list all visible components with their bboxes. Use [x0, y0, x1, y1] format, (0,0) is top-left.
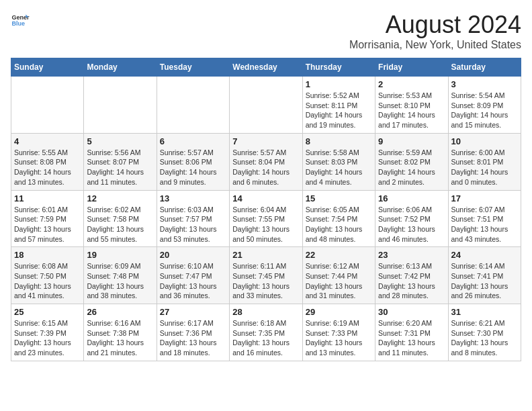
day-number: 8 [306, 136, 372, 146]
day-number: 22 [306, 250, 372, 260]
calendar-week-row: 18Sunrise: 6:08 AM Sunset: 7:50 PM Dayli… [11, 247, 521, 304]
calendar-cell: 1Sunrise: 5:52 AM Sunset: 8:11 PM Daylig… [302, 77, 375, 134]
calendar-cell: 20Sunrise: 6:10 AM Sunset: 7:47 PM Dayli… [157, 247, 229, 304]
day-number: 10 [451, 136, 518, 146]
calendar-cell: 17Sunrise: 6:07 AM Sunset: 7:51 PM Dayli… [448, 190, 521, 247]
day-number: 29 [306, 307, 372, 317]
header-row: SundayMondayTuesdayWednesdayThursdayFrid… [11, 58, 521, 77]
calendar-cell: 7Sunrise: 5:57 AM Sunset: 8:04 PM Daylig… [230, 133, 302, 190]
day-info: Sunrise: 6:00 AM Sunset: 8:01 PM Dayligh… [451, 148, 518, 187]
day-info: Sunrise: 6:15 AM Sunset: 7:39 PM Dayligh… [14, 318, 81, 358]
day-number: 24 [451, 250, 518, 260]
calendar-week-row: 1Sunrise: 5:52 AM Sunset: 8:11 PM Daylig… [11, 77, 521, 134]
calendar-cell: 27Sunrise: 6:17 AM Sunset: 7:36 PM Dayli… [157, 304, 229, 361]
day-info: Sunrise: 5:53 AM Sunset: 8:10 PM Dayligh… [378, 91, 445, 130]
day-number: 4 [14, 136, 81, 146]
calendar-cell [230, 77, 302, 134]
day-number: 17 [451, 193, 518, 203]
day-number: 21 [232, 250, 299, 260]
day-number: 30 [378, 307, 445, 317]
day-info: Sunrise: 6:14 AM Sunset: 7:41 PM Dayligh… [451, 261, 518, 301]
day-info: Sunrise: 6:04 AM Sunset: 7:55 PM Dayligh… [232, 205, 299, 244]
calendar-cell [84, 77, 157, 134]
day-info: Sunrise: 6:20 AM Sunset: 7:31 PM Dayligh… [378, 318, 445, 358]
day-of-week-header: Friday [375, 58, 448, 77]
day-info: Sunrise: 6:02 AM Sunset: 7:58 PM Dayligh… [87, 205, 153, 244]
day-number: 19 [87, 250, 153, 260]
day-info: Sunrise: 5:55 AM Sunset: 8:08 PM Dayligh… [14, 148, 81, 187]
calendar-cell: 5Sunrise: 5:56 AM Sunset: 8:07 PM Daylig… [84, 133, 157, 190]
calendar-cell: 6Sunrise: 5:57 AM Sunset: 8:06 PM Daylig… [157, 133, 229, 190]
day-number: 27 [160, 307, 226, 317]
day-number: 9 [378, 136, 445, 146]
svg-text:Blue: Blue [11, 20, 25, 27]
day-info: Sunrise: 6:10 AM Sunset: 7:47 PM Dayligh… [160, 261, 226, 301]
calendar-cell: 16Sunrise: 6:06 AM Sunset: 7:52 PM Dayli… [375, 190, 448, 247]
day-number: 16 [378, 193, 445, 203]
calendar-table: SundayMondayTuesdayWednesdayThursdayFrid… [11, 58, 521, 361]
day-info: Sunrise: 5:57 AM Sunset: 8:06 PM Dayligh… [160, 148, 226, 187]
calendar-cell: 10Sunrise: 6:00 AM Sunset: 8:01 PM Dayli… [448, 133, 521, 190]
calendar-cell: 31Sunrise: 6:21 AM Sunset: 7:30 PM Dayli… [448, 304, 521, 361]
day-number: 5 [87, 136, 153, 146]
calendar-cell: 8Sunrise: 5:58 AM Sunset: 8:03 PM Daylig… [302, 133, 375, 190]
day-number: 18 [14, 250, 81, 260]
day-info: Sunrise: 6:19 AM Sunset: 7:33 PM Dayligh… [306, 318, 372, 358]
calendar-cell: 18Sunrise: 6:08 AM Sunset: 7:50 PM Dayli… [11, 247, 84, 304]
day-number: 23 [378, 250, 445, 260]
day-number: 14 [232, 193, 299, 203]
day-info: Sunrise: 6:12 AM Sunset: 7:44 PM Dayligh… [306, 261, 372, 301]
day-number: 6 [160, 136, 226, 146]
calendar-cell: 4Sunrise: 5:55 AM Sunset: 8:08 PM Daylig… [11, 133, 84, 190]
day-of-week-header: Sunday [11, 58, 84, 77]
calendar-cell: 30Sunrise: 6:20 AM Sunset: 7:31 PM Dayli… [375, 304, 448, 361]
calendar-week-row: 11Sunrise: 6:01 AM Sunset: 7:59 PM Dayli… [11, 190, 521, 247]
day-info: Sunrise: 5:58 AM Sunset: 8:03 PM Dayligh… [306, 148, 372, 187]
day-info: Sunrise: 5:57 AM Sunset: 8:04 PM Dayligh… [232, 148, 299, 187]
day-number: 25 [14, 307, 81, 317]
calendar-cell: 26Sunrise: 6:16 AM Sunset: 7:38 PM Dayli… [84, 304, 157, 361]
day-info: Sunrise: 6:06 AM Sunset: 7:52 PM Dayligh… [378, 205, 445, 244]
day-info: Sunrise: 6:01 AM Sunset: 7:59 PM Dayligh… [14, 205, 81, 244]
day-number: 31 [451, 307, 518, 317]
day-info: Sunrise: 6:05 AM Sunset: 7:54 PM Dayligh… [306, 205, 372, 244]
day-info: Sunrise: 6:18 AM Sunset: 7:35 PM Dayligh… [232, 318, 299, 358]
calendar-cell [11, 77, 84, 134]
day-number: 12 [87, 193, 153, 203]
logo-icon: General Blue [11, 11, 30, 30]
logo: General Blue [11, 11, 30, 30]
day-of-week-header: Monday [84, 58, 157, 77]
day-number: 2 [378, 79, 445, 89]
calendar-cell: 12Sunrise: 6:02 AM Sunset: 7:58 PM Dayli… [84, 190, 157, 247]
title-area: August 2024 Morrisania, New York, United… [349, 11, 521, 51]
calendar-cell: 21Sunrise: 6:11 AM Sunset: 7:45 PM Dayli… [230, 247, 302, 304]
day-info: Sunrise: 6:11 AM Sunset: 7:45 PM Dayligh… [232, 261, 299, 301]
calendar-cell: 23Sunrise: 6:13 AM Sunset: 7:42 PM Dayli… [375, 247, 448, 304]
day-info: Sunrise: 6:17 AM Sunset: 7:36 PM Dayligh… [160, 318, 226, 358]
calendar-cell: 22Sunrise: 6:12 AM Sunset: 7:44 PM Dayli… [302, 247, 375, 304]
day-info: Sunrise: 6:21 AM Sunset: 7:30 PM Dayligh… [451, 318, 518, 358]
calendar-cell: 25Sunrise: 6:15 AM Sunset: 7:39 PM Dayli… [11, 304, 84, 361]
page-header: General Blue August 2024 Morrisania, New… [11, 11, 521, 51]
calendar-cell: 9Sunrise: 5:59 AM Sunset: 8:02 PM Daylig… [375, 133, 448, 190]
day-info: Sunrise: 5:54 AM Sunset: 8:09 PM Dayligh… [451, 91, 518, 130]
calendar-cell: 3Sunrise: 5:54 AM Sunset: 8:09 PM Daylig… [448, 77, 521, 134]
calendar-cell: 19Sunrise: 6:09 AM Sunset: 7:48 PM Dayli… [84, 247, 157, 304]
calendar-week-row: 25Sunrise: 6:15 AM Sunset: 7:39 PM Dayli… [11, 304, 521, 361]
day-number: 3 [451, 79, 518, 89]
day-number: 20 [160, 250, 226, 260]
day-info: Sunrise: 5:56 AM Sunset: 8:07 PM Dayligh… [87, 148, 153, 187]
calendar-cell: 11Sunrise: 6:01 AM Sunset: 7:59 PM Dayli… [11, 190, 84, 247]
day-of-week-header: Wednesday [230, 58, 302, 77]
calendar-cell: 29Sunrise: 6:19 AM Sunset: 7:33 PM Dayli… [302, 304, 375, 361]
day-number: 13 [160, 193, 226, 203]
calendar-cell: 13Sunrise: 6:03 AM Sunset: 7:57 PM Dayli… [157, 190, 229, 247]
page-title: August 2024 [349, 11, 521, 39]
day-number: 26 [87, 307, 153, 317]
calendar-cell [157, 77, 229, 134]
day-number: 28 [232, 307, 299, 317]
day-info: Sunrise: 6:08 AM Sunset: 7:50 PM Dayligh… [14, 261, 81, 301]
day-number: 11 [14, 193, 81, 203]
day-of-week-header: Thursday [302, 58, 375, 77]
day-info: Sunrise: 6:16 AM Sunset: 7:38 PM Dayligh… [87, 318, 153, 358]
